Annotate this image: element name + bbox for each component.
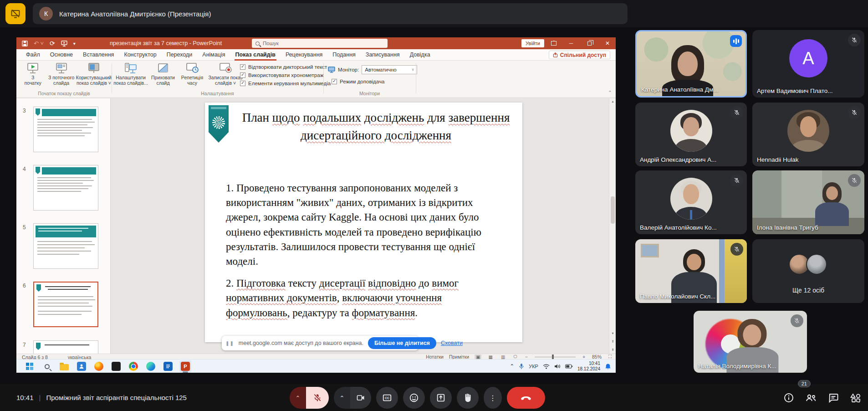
monitor-select[interactable]: Автоматично˅: [362, 65, 417, 74]
more-participants-tile[interactable]: Ще 12 осіб: [752, 239, 864, 303]
tab-record[interactable]: Записування: [361, 49, 405, 61]
chat-button[interactable]: [828, 392, 839, 403]
slide-canvas[interactable]: План щодо подальших досліджень для завер…: [205, 103, 522, 342]
wifi-icon[interactable]: [543, 364, 550, 369]
taskbar-mic-icon[interactable]: [519, 363, 524, 370]
participant-tile-andrii[interactable]: Андрій Олександрович А...: [635, 103, 747, 166]
participant-tile-hennadii[interactable]: Hennadii Hulak: [752, 103, 864, 166]
scroll-up-icon[interactable]: ▴: [609, 99, 616, 103]
mic-options-chevron[interactable]: ⌃: [290, 387, 306, 409]
custom-slideshow-button[interactable]: Користувацький показ слайдів ˅: [76, 62, 112, 86]
taskbar-clock[interactable]: 10:41 18.12.2024: [577, 361, 600, 372]
ribbon-display-options-button[interactable]: [550, 37, 557, 49]
people-app-button[interactable]: [76, 360, 87, 372]
participant-tile-artem[interactable]: А Артем Вадимович Плато...: [752, 30, 864, 98]
mic-toggle-button[interactable]: [306, 387, 329, 409]
start-slideshow-icon[interactable]: [61, 41, 67, 46]
checkbox-play-narrations[interactable]: Відтворювати дикторський текст: [240, 64, 331, 70]
tab-file[interactable]: Файл: [21, 49, 45, 61]
checkbox-use-timings[interactable]: Використовувати хронометраж: [240, 72, 331, 78]
raise-hand-button[interactable]: [457, 387, 479, 409]
zoom-slider[interactable]: [535, 357, 576, 357]
document-scrollbar[interactable]: ▴ ▾ ⇞ ⇟: [609, 98, 616, 354]
undo-icon[interactable]: ↶ ˅: [34, 40, 44, 47]
meeting-details-button[interactable]: [783, 392, 794, 403]
tab-design[interactable]: Конструктор: [119, 49, 161, 61]
start-button[interactable]: [24, 360, 36, 372]
slide-sorter-icon[interactable]: ▦: [487, 354, 494, 360]
camera-options-chevron[interactable]: ⌃: [334, 387, 350, 409]
zoom-out-icon[interactable]: −: [524, 354, 529, 360]
participant-tile-pavlo[interactable]: Павло Миколайович Скл...: [635, 239, 747, 303]
slide-thumbnail-3[interactable]: [33, 107, 98, 152]
tab-transitions[interactable]: Переходи: [162, 49, 198, 61]
zoom-in-icon[interactable]: +: [581, 354, 587, 360]
participant-tile-valerii[interactable]: Валерій Анатолійович Ко...: [635, 170, 747, 234]
scrollbar-thumb[interactable]: [611, 196, 615, 224]
taskbar-chevron-icon[interactable]: ⌃: [510, 363, 514, 370]
present-button[interactable]: [430, 387, 452, 409]
edge-button[interactable]: [145, 360, 157, 372]
tab-help[interactable]: Довідка: [405, 49, 435, 61]
customize-qat-icon[interactable]: ▾: [73, 41, 76, 46]
share-document-button[interactable]: Спільний доступ: [549, 51, 610, 59]
reading-view-icon[interactable]: ▥: [500, 354, 506, 360]
tab-slideshow[interactable]: Показ слайдів: [230, 49, 281, 61]
taskbar-language[interactable]: УКР: [529, 364, 538, 369]
tab-review[interactable]: Рецензування: [281, 49, 327, 61]
tab-home[interactable]: Основне: [45, 49, 78, 61]
participant-tile-nataliia[interactable]: Наталія Володимирівна К...: [694, 311, 807, 373]
signin-button[interactable]: Увійти: [521, 39, 544, 47]
setup-slideshow-button[interactable]: Налаштувати показ слайдів...: [113, 62, 148, 86]
camera-toggle-button[interactable]: [350, 387, 371, 409]
hide-slide-button[interactable]: Приховати слайд: [149, 62, 177, 86]
powerpoint-button[interactable]: P: [179, 360, 191, 372]
rehearse-timings-button[interactable]: Репетиція часу: [178, 62, 206, 86]
firefox-button[interactable]: [93, 360, 105, 372]
close-button[interactable]: ✕: [604, 37, 611, 49]
more-options-button[interactable]: ⋮: [484, 387, 502, 409]
hide-notification-link[interactable]: Сховати: [441, 340, 463, 346]
normal-view-icon[interactable]: ▣: [475, 354, 481, 360]
end-call-button[interactable]: [507, 387, 545, 409]
tab-insert[interactable]: Вставлення: [78, 49, 119, 61]
battery-icon[interactable]: [565, 364, 573, 369]
captions-button[interactable]: CC: [376, 387, 398, 409]
minimize-button[interactable]: ─: [567, 37, 575, 49]
tab-view[interactable]: Подання: [327, 49, 360, 61]
taskbar-search-button[interactable]: [41, 360, 53, 372]
show-everyone-button[interactable]: [805, 392, 817, 403]
record-slideshow-button[interactable]: Записати показ слайдів ˅: [207, 62, 244, 86]
slide-thumbnail-6[interactable]: [33, 282, 98, 327]
checkbox-presenter-view[interactable]: Режим доповідача: [332, 79, 384, 84]
from-current-slide-button[interactable]: З поточного слайда: [47, 62, 75, 86]
restore-button[interactable]: [586, 37, 593, 49]
chrome-button[interactable]: [128, 360, 139, 372]
collapse-ribbon-icon[interactable]: ⌃: [608, 90, 612, 96]
presentation-warning-button[interactable]: [5, 3, 26, 24]
checkbox-media-controls[interactable]: Елементи керування мультимедіа: [240, 81, 331, 86]
next-slide-icon[interactable]: ⇟: [609, 348, 616, 352]
slide-thumbnail-4[interactable]: [33, 165, 98, 211]
slide-thumbnail-5[interactable]: [33, 223, 98, 269]
file-explorer-button[interactable]: [58, 360, 70, 372]
save-icon[interactable]: [22, 41, 28, 46]
ppt-titlebar: ↶ ˅ ⟳ ▾ презентація звіт за 7 семестр - …: [16, 37, 616, 49]
dark-app-button[interactable]: [110, 360, 122, 372]
participant-tile-ilona[interactable]: Ілона Іванівна Тригуб: [752, 170, 864, 234]
slide-thumbnail-7[interactable]: [33, 340, 98, 354]
document-title: презентація звіт за 7 семестр - PowerPoi…: [110, 37, 222, 49]
redo-icon[interactable]: ⟳: [50, 40, 55, 47]
tab-animations[interactable]: Анімація: [197, 49, 230, 61]
reactions-button[interactable]: [403, 387, 425, 409]
from-beginning-button[interactable]: З початку: [19, 62, 46, 86]
stop-sharing-button[interactable]: Більше не ділитися: [368, 337, 436, 349]
word-button[interactable]: [162, 360, 174, 372]
scroll-down-icon[interactable]: ▾: [609, 331, 616, 335]
notification-bell-icon[interactable]: [605, 363, 611, 370]
activities-button[interactable]: [850, 392, 862, 403]
ppt-search-box[interactable]: Пошук: [252, 39, 388, 48]
previous-slide-icon[interactable]: ⇞: [609, 339, 616, 344]
volume-icon[interactable]: [554, 364, 561, 369]
participant-tile-kateryna[interactable]: Катерина Анатоліївна Дм...: [635, 30, 747, 98]
